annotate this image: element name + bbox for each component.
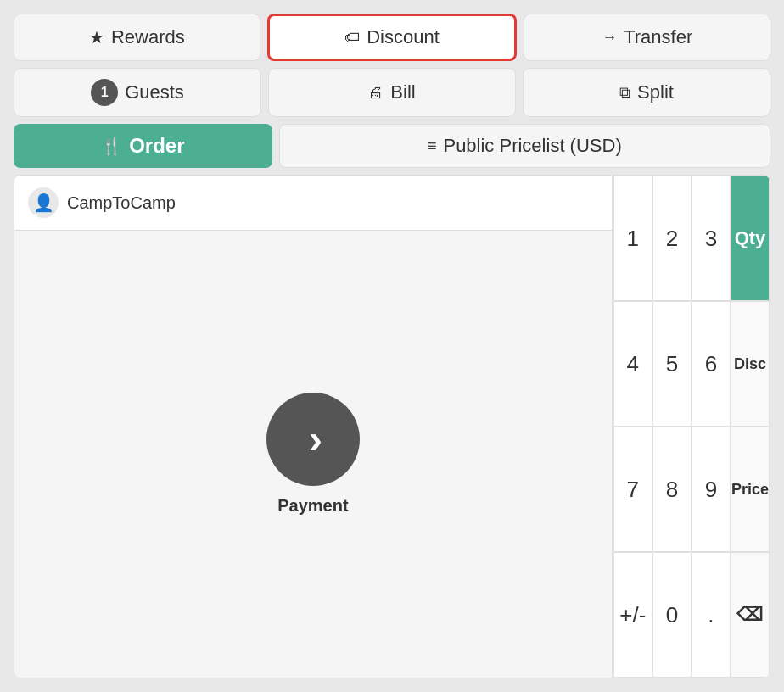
customer-avatar: 👤 xyxy=(28,187,59,218)
numpad-key-0[interactable]: 0 xyxy=(652,552,692,678)
order-content-area: › Payment xyxy=(266,231,360,678)
pos-container: ★ Rewards 🏷 Discount → Transfer 1 Guests… xyxy=(0,0,784,692)
fork-knife-icon: 🍴 xyxy=(101,136,122,156)
numpad-key-5[interactable]: 5 xyxy=(652,301,692,427)
numpad-key-9[interactable]: 9 xyxy=(692,427,731,552)
numpad-key-3[interactable]: 3 xyxy=(692,176,731,301)
top-action-row: ★ Rewards 🏷 Discount → Transfer xyxy=(14,14,770,61)
main-content-area: 👤 CampToCamp › Payment 1 2 3 Qty 4 5 6 xyxy=(14,175,770,678)
numpad-key-4[interactable]: 4 xyxy=(613,301,652,427)
pricelist-label: Public Pricelist (USD) xyxy=(443,135,621,157)
arrow-right-icon: → xyxy=(602,29,617,47)
customer-name: CampToCamp xyxy=(67,193,176,213)
guests-badge: 1 xyxy=(91,79,118,106)
order-button[interactable]: 🍴 Order xyxy=(14,124,272,168)
split-button[interactable]: ⧉ Split xyxy=(523,68,770,117)
second-action-row: 1 Guests 🖨 Bill ⧉ Split xyxy=(14,68,770,117)
rewards-label: Rewards xyxy=(111,26,185,48)
order-pricelist-row: 🍴 Order ≡ Public Pricelist (USD) xyxy=(14,124,770,168)
list-icon: ≡ xyxy=(428,137,437,155)
payment-label: Payment xyxy=(277,496,348,516)
order-panel: 👤 CampToCamp › Payment xyxy=(14,176,613,678)
guests-label: Guests xyxy=(125,81,184,103)
numpad-key-dot[interactable]: . xyxy=(692,552,731,678)
numpad-key-6[interactable]: 6 xyxy=(692,301,731,427)
person-icon: 👤 xyxy=(33,193,54,213)
transfer-button[interactable]: → Transfer xyxy=(524,14,770,61)
payment-button[interactable]: › xyxy=(266,393,360,486)
numpad-key-plusminus[interactable]: +/- xyxy=(613,552,652,678)
discount-button[interactable]: 🏷 Discount xyxy=(267,14,518,61)
split-label: Split xyxy=(637,81,674,103)
pricelist-button[interactable]: ≡ Public Pricelist (USD) xyxy=(279,124,770,168)
price-button[interactable]: Price xyxy=(731,427,770,552)
customer-row: 👤 CampToCamp xyxy=(14,176,612,231)
bill-label: Bill xyxy=(390,81,415,103)
discount-label: Discount xyxy=(367,26,440,48)
bill-button[interactable]: 🖨 Bill xyxy=(268,68,516,117)
print-icon: 🖨 xyxy=(368,84,384,102)
tag-icon: 🏷 xyxy=(344,29,360,47)
star-icon: ★ xyxy=(89,27,104,47)
numpad-key-1[interactable]: 1 xyxy=(613,176,652,301)
rewards-button[interactable]: ★ Rewards xyxy=(14,14,260,61)
numpad-key-8[interactable]: 8 xyxy=(652,427,692,552)
backspace-icon: ⌫ xyxy=(736,604,763,626)
numpad: 1 2 3 Qty 4 5 6 Disc 7 8 9 Price +/- 0 .… xyxy=(613,176,770,678)
qty-button[interactable]: Qty xyxy=(731,176,770,301)
guests-button[interactable]: 1 Guests xyxy=(14,68,261,117)
numpad-key-7[interactable]: 7 xyxy=(613,427,652,552)
numpad-key-2[interactable]: 2 xyxy=(652,176,692,301)
transfer-label: Transfer xyxy=(624,26,692,48)
order-label: Order xyxy=(129,134,184,158)
chevron-right-icon: › xyxy=(309,419,322,460)
disc-button[interactable]: Disc xyxy=(731,301,770,427)
backspace-button[interactable]: ⌫ xyxy=(731,552,770,678)
copy-icon: ⧉ xyxy=(619,84,630,102)
